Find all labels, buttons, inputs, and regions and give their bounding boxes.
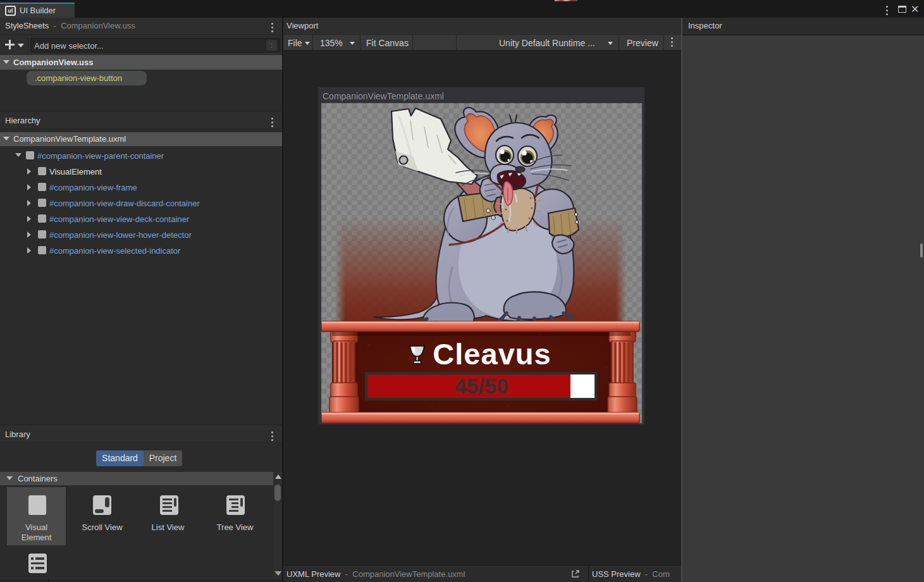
- svg-text:45/50: 45/50: [454, 374, 508, 398]
- svg-text:Cleavus: Cleavus: [433, 337, 551, 371]
